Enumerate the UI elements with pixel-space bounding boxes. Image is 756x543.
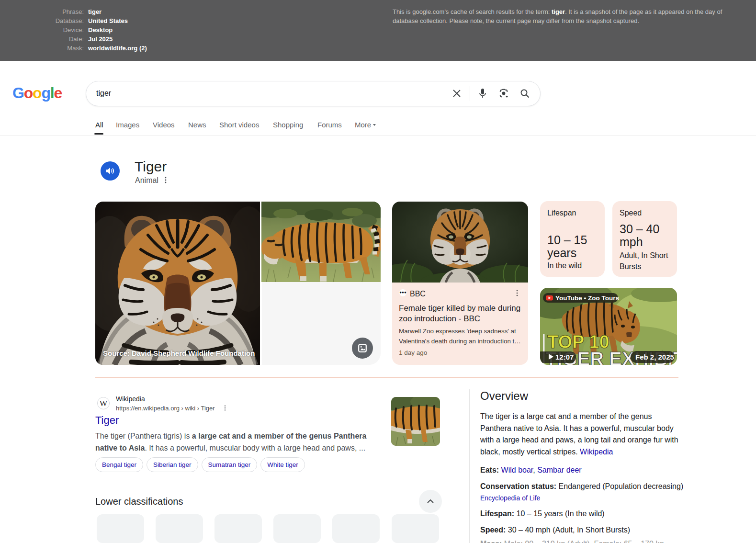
svg-text:Feb 2, 2025: Feb 2, 2025 — [635, 353, 674, 361]
svg-text:YouTube • Zoo Tours: YouTube • Zoo Tours — [555, 294, 619, 302]
svg-text:12:07: 12:07 — [555, 353, 574, 361]
